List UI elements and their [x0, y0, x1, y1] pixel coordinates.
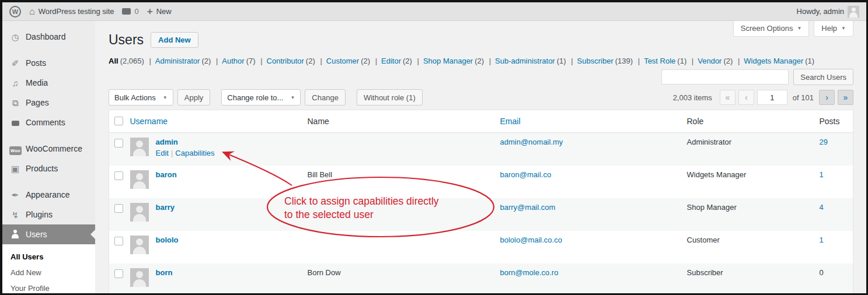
submenu-item-add-new[interactable]: Add New	[2, 265, 95, 280]
username-link[interactable]: admin	[156, 138, 178, 146]
comment-count: 0	[134, 7, 138, 16]
help-label: Help	[821, 24, 837, 33]
apply-button[interactable]: Apply	[177, 89, 211, 106]
site-name-link[interactable]: ⌂ WordPress testing site	[29, 7, 114, 16]
username-link[interactable]: barry	[156, 203, 175, 222]
admin-bar: W ⌂ WordPress testing site 0 New Howdy, …	[2, 2, 866, 21]
user-email-link[interactable]: barry@mail.com	[500, 203, 556, 212]
column-header-username[interactable]: Username	[130, 117, 168, 126]
next-page-button[interactable]: ›	[819, 90, 835, 105]
column-header-email[interactable]: Email	[500, 117, 521, 126]
screen-options-button[interactable]: Screen Options	[733, 21, 810, 37]
previous-page-button: ‹	[738, 90, 754, 105]
select-row-checkbox[interactable]	[114, 204, 123, 213]
submenu-item-your-profile[interactable]: Your Profile	[2, 280, 95, 295]
capabilities-link[interactable]: Capabilities	[175, 149, 214, 157]
posts-count-link[interactable]: 29	[820, 138, 828, 146]
sidebar-item-woocommerce[interactable]: Woo WooCommerce	[2, 139, 95, 159]
current-page-input[interactable]	[757, 90, 787, 105]
user-name	[308, 133, 500, 166]
search-users-button[interactable]: Search Users	[793, 69, 853, 85]
wp-logo-menu[interactable]: W	[9, 6, 21, 17]
table-row: baron Bill Bell baron@mail.co Widgets Ma…	[109, 166, 853, 198]
sidebar-item-dashboard[interactable]: Dashboard	[2, 27, 95, 47]
username-link[interactable]: baron	[156, 170, 177, 189]
sidebar-item-posts[interactable]: Posts	[2, 53, 95, 73]
select-row-checkbox[interactable]	[114, 139, 123, 148]
sidebar-item-users[interactable]: Users	[2, 224, 95, 244]
column-header-posts: Posts	[813, 110, 853, 133]
user-role: Widgets Manager	[687, 166, 813, 198]
page-title: Users	[109, 32, 144, 48]
filter-link[interactable]: Customer	[326, 57, 359, 65]
edit-link[interactable]: Edit	[156, 149, 169, 157]
sidebar-item-label: Comments	[26, 118, 65, 127]
posts-count-link[interactable]: 1	[820, 170, 824, 179]
add-new-button[interactable]: Add New	[151, 32, 198, 48]
comment-bubble-icon	[9, 118, 21, 127]
wordpress-admin-page: W ⌂ WordPress testing site 0 New Howdy, …	[2, 2, 866, 293]
filter-link[interactable]: Shop Manager	[423, 57, 473, 65]
pagination: 2,003 items « ‹ of 101 › »	[673, 90, 853, 105]
select-row-checkbox[interactable]	[114, 237, 123, 245]
user-email-link[interactable]: born@mole.co.ro	[500, 268, 559, 277]
howdy-account-link[interactable]: Howdy, admin	[797, 6, 859, 17]
change-role-select[interactable]: Change role to...	[221, 89, 301, 106]
comment-bubble-icon	[122, 8, 131, 15]
dashboard-icon	[9, 33, 21, 41]
sidebar-item-plugins[interactable]: Plugins	[2, 205, 95, 224]
filter-link[interactable]: Vendor	[698, 57, 721, 65]
user-email-link[interactable]: baron@mail.co	[500, 170, 552, 179]
sidebar-item-pages[interactable]: Pages	[2, 93, 95, 113]
avatar	[130, 268, 149, 287]
items-count: 2,003 items	[673, 93, 712, 102]
filter-link[interactable]: Editor	[381, 57, 401, 65]
filter-link[interactable]: All	[109, 57, 118, 65]
filter-link[interactable]: Administrator	[155, 57, 200, 65]
posts-count-link[interactable]: 4	[820, 203, 824, 212]
filter-link[interactable]: Subscriber	[577, 57, 613, 65]
sidebar-item-media[interactable]: Media	[2, 73, 95, 93]
brush-icon	[9, 191, 21, 199]
select-row-checkbox[interactable]	[114, 171, 123, 180]
username-link[interactable]: bololo	[156, 236, 179, 254]
user-name	[308, 231, 500, 264]
username-link[interactable]: born	[156, 268, 173, 287]
submenu-item-all-users[interactable]: All Users	[2, 249, 95, 265]
avatar	[130, 170, 149, 189]
user-name: Born Dow	[308, 264, 500, 295]
select-all-checkbox[interactable]	[114, 117, 123, 125]
action-separator: |	[171, 149, 173, 157]
site-name-label: WordPress testing site	[39, 7, 114, 16]
adminbar-comments-link[interactable]: 0	[122, 7, 138, 16]
user-icon	[9, 230, 21, 240]
without-role-button[interactable]: Without role (1)	[357, 89, 423, 106]
search-users-input[interactable]	[661, 69, 789, 85]
filter-link[interactable]: Contributor	[267, 57, 304, 65]
user-name: Bill Bell	[308, 166, 500, 198]
screen-options-label: Screen Options	[741, 24, 793, 33]
posts-count: 0	[820, 268, 824, 277]
bulk-actions-label: Bulk Actions	[114, 93, 156, 102]
sidebar-item-comments[interactable]: Comments	[2, 113, 95, 132]
posts-count-link[interactable]: 1	[820, 236, 824, 244]
new-label: New	[156, 7, 172, 16]
sidebar-item-label: Posts	[26, 58, 46, 68]
bulk-actions-select[interactable]: Bulk Actions	[109, 89, 173, 106]
column-header-name: Name	[308, 110, 500, 133]
change-button[interactable]: Change	[305, 89, 346, 106]
filter-link[interactable]: Widgets Manager	[744, 57, 803, 65]
user-email-link[interactable]: bololo@mail.co.co	[500, 236, 562, 244]
last-page-button[interactable]: »	[838, 90, 853, 105]
help-button[interactable]: Help	[814, 21, 853, 37]
filter-link[interactable]: Test Role	[644, 57, 675, 65]
media-icon	[9, 79, 21, 87]
user-email-link[interactable]: admin@nomail.my	[500, 138, 563, 146]
sidebar-item-appearance[interactable]: Appearance	[2, 185, 95, 205]
filter-link[interactable]: Author	[222, 57, 244, 65]
sidebar-item-products[interactable]: Products	[2, 159, 95, 178]
filter-link[interactable]: Sub-administrator	[495, 57, 555, 65]
select-row-checkbox[interactable]	[114, 269, 123, 278]
sidebar-item-label: Dashboard	[26, 32, 66, 41]
adminbar-new-link[interactable]: New	[147, 6, 172, 16]
